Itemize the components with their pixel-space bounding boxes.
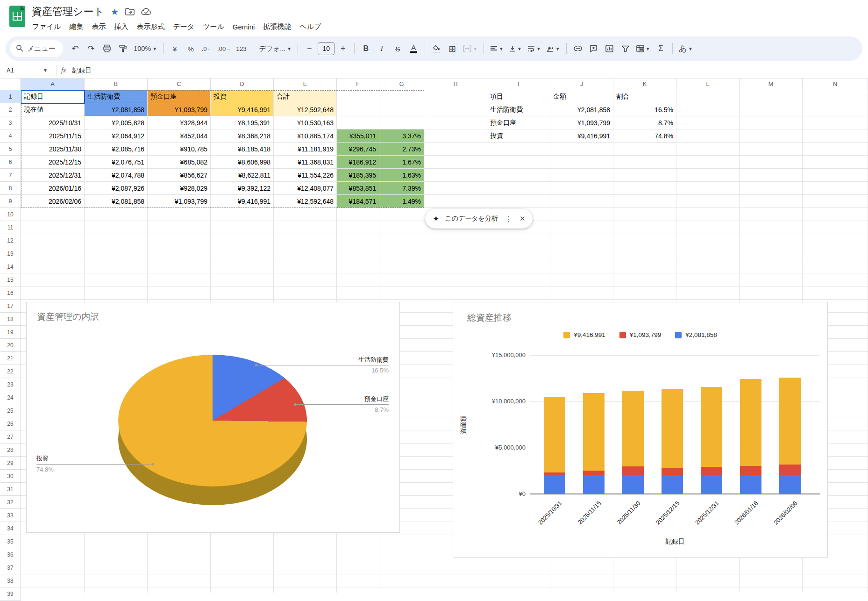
- cell-K6[interactable]: [613, 156, 676, 169]
- cell-L13[interactable]: [676, 247, 740, 260]
- cell-H38[interactable]: [424, 574, 487, 587]
- cell-G2[interactable]: [379, 103, 424, 116]
- cell-N1[interactable]: [803, 90, 868, 103]
- row-header-34[interactable]: 34: [0, 522, 21, 535]
- document-title[interactable]: 資産管理シート: [32, 5, 104, 19]
- cell-N10[interactable]: [803, 208, 868, 221]
- cell-L16[interactable]: [676, 286, 740, 300]
- row-header-38[interactable]: 38: [0, 574, 21, 587]
- row-header-24[interactable]: 24: [0, 391, 21, 404]
- horizontal-align-button[interactable]: ▼: [488, 41, 506, 57]
- pie-chart-card[interactable]: 資産管理の内訳 生活防衛費 16.5% 預金口座 8.7% 投資 74.8%: [26, 302, 400, 533]
- cell-J16[interactable]: [550, 286, 613, 300]
- cell-H2[interactable]: [424, 103, 487, 116]
- menu-edit[interactable]: 編集: [65, 21, 87, 33]
- cell-M11[interactable]: [740, 221, 803, 234]
- analyze-data-chip[interactable]: ✦ このデータを分析 ⋮ ✕: [425, 209, 533, 229]
- cell-D2[interactable]: ¥9,416,991: [211, 103, 274, 116]
- create-filter-button[interactable]: [618, 41, 633, 57]
- cell-B14[interactable]: [85, 260, 148, 273]
- cell-A5[interactable]: 2025/11/30: [21, 143, 85, 156]
- cell-G35[interactable]: [379, 535, 424, 548]
- cell-L39[interactable]: [676, 587, 740, 593]
- cell-N12[interactable]: [803, 234, 868, 247]
- cell-C2[interactable]: ¥1,093,799: [148, 103, 211, 116]
- menu-format[interactable]: 表示形式: [132, 21, 169, 33]
- cell-F14[interactable]: [337, 260, 379, 273]
- cell-M15[interactable]: [740, 273, 803, 286]
- row-header-4[interactable]: 4: [0, 129, 21, 143]
- cell-M13[interactable]: [740, 247, 803, 260]
- cell-N16[interactable]: [803, 286, 868, 300]
- cell-H15[interactable]: [424, 273, 487, 286]
- cell-L7[interactable]: [676, 169, 740, 182]
- cell-L2[interactable]: [676, 103, 740, 116]
- italic-button[interactable]: I: [374, 41, 389, 57]
- cell-I38[interactable]: [487, 574, 550, 587]
- cell-G36[interactable]: [379, 548, 424, 561]
- cell-D7[interactable]: ¥8,622,811: [211, 169, 274, 182]
- cell-G11[interactable]: [379, 221, 424, 234]
- cell-J15[interactable]: [550, 273, 613, 286]
- cell-J4[interactable]: ¥9,416,991: [550, 129, 613, 143]
- zoom-select[interactable]: 100%▼: [131, 41, 159, 57]
- insert-chart-button[interactable]: [602, 41, 617, 57]
- cell-I7[interactable]: [487, 169, 550, 182]
- cell-G39[interactable]: [379, 587, 424, 593]
- paint-format-button[interactable]: [115, 41, 130, 57]
- cell-L5[interactable]: [676, 143, 740, 156]
- column-header-J[interactable]: J: [550, 79, 613, 90]
- cell-D9[interactable]: ¥9,416,991: [211, 195, 274, 208]
- cell-H13[interactable]: [424, 247, 487, 260]
- cell-D1[interactable]: 投資: [211, 90, 274, 103]
- pivot-table-button[interactable]: ▼: [634, 41, 653, 57]
- formula-input[interactable]: 記録日: [72, 66, 92, 75]
- cell-M38[interactable]: [740, 574, 803, 587]
- borders-button[interactable]: ⊞: [445, 41, 460, 57]
- cell-A37[interactable]: [21, 561, 85, 574]
- cell-G7[interactable]: 1.63%: [379, 169, 424, 182]
- cell-F37[interactable]: [337, 561, 379, 574]
- cell-I13[interactable]: [487, 247, 550, 260]
- cell-K37[interactable]: [613, 561, 676, 574]
- cell-C3[interactable]: ¥328,944: [148, 116, 211, 129]
- cell-L12[interactable]: [676, 234, 740, 247]
- cell-N11[interactable]: [803, 221, 868, 234]
- cell-E11[interactable]: [274, 221, 337, 234]
- cell-H5[interactable]: [424, 143, 487, 156]
- column-header-H[interactable]: H: [424, 79, 487, 90]
- cell-B37[interactable]: [85, 561, 148, 574]
- cell-G37[interactable]: [379, 561, 424, 574]
- cell-N5[interactable]: [803, 143, 868, 156]
- row-header-2[interactable]: 2: [0, 103, 21, 116]
- cell-N8[interactable]: [803, 182, 868, 195]
- cell-D38[interactable]: [211, 574, 274, 587]
- cell-E35[interactable]: [274, 535, 337, 548]
- cell-G4[interactable]: 3.37%: [379, 129, 424, 143]
- row-header-35[interactable]: 35: [0, 535, 21, 548]
- cell-K8[interactable]: [613, 182, 676, 195]
- cell-N37[interactable]: [803, 561, 868, 574]
- cell-N6[interactable]: [803, 156, 868, 169]
- format-currency-button[interactable]: ¥: [167, 41, 182, 57]
- cell-G38[interactable]: [379, 574, 424, 587]
- cell-B1[interactable]: 生活防衛費: [85, 90, 148, 103]
- cell-E5[interactable]: ¥11,181,919: [274, 143, 337, 156]
- cell-K14[interactable]: [613, 260, 676, 273]
- cell-D37[interactable]: [211, 561, 274, 574]
- cell-D36[interactable]: [211, 548, 274, 561]
- cell-L3[interactable]: [676, 116, 740, 129]
- cell-D4[interactable]: ¥8,368,218: [211, 129, 274, 143]
- cell-A16[interactable]: [21, 286, 85, 300]
- row-header-29[interactable]: 29: [0, 457, 21, 470]
- cell-J7[interactable]: [550, 169, 613, 182]
- cell-E6[interactable]: ¥11,368,831: [274, 156, 337, 169]
- cell-B16[interactable]: [85, 286, 148, 300]
- cell-M4[interactable]: [740, 129, 803, 143]
- cell-J3[interactable]: ¥1,093,799: [550, 116, 613, 129]
- cell-L1[interactable]: [676, 90, 740, 103]
- column-header-K[interactable]: K: [613, 79, 676, 90]
- cell-D35[interactable]: [211, 535, 274, 548]
- cell-J2[interactable]: ¥2,081,858: [550, 103, 613, 116]
- cell-E1[interactable]: 合計: [274, 90, 337, 103]
